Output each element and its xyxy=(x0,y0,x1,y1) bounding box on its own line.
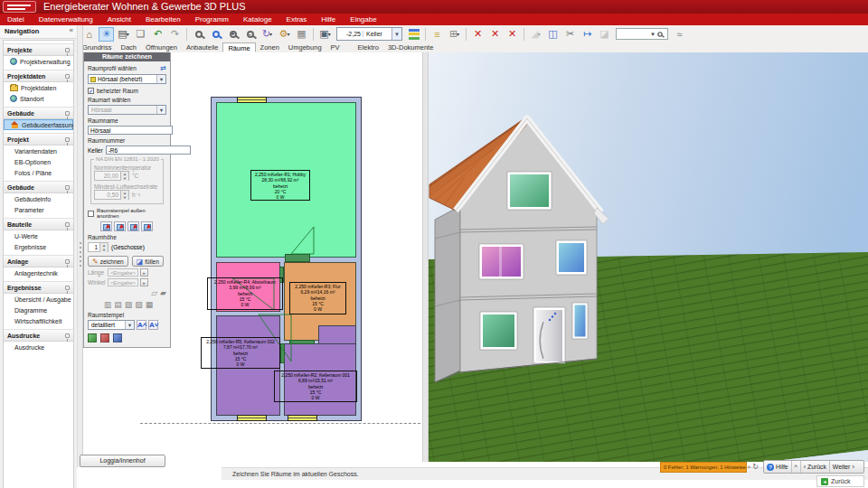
pin-icon[interactable] xyxy=(65,48,70,52)
chevron-down-icon[interactable]: ▼ xyxy=(392,28,401,40)
sidebar-item-ergebnisse[interactable]: Ergebnisse xyxy=(4,241,73,252)
tab-räume[interactable]: Räume xyxy=(222,42,255,52)
sidebar-item-u-werte[interactable]: U-Werte xyxy=(4,230,73,241)
home-icon[interactable]: ⌂ xyxy=(81,27,97,42)
sidebar-section-ausdrucke[interactable]: Ausdrucke xyxy=(4,329,73,342)
sidebar-item-anlagentechnik[interactable]: Anlagentechnik xyxy=(4,267,73,278)
chevron-down-icon[interactable]: ▾ xyxy=(287,31,289,37)
monitor-icon[interactable]: ▣▾ xyxy=(317,27,333,42)
measure-grid-icon[interactable]: ⊞▾ xyxy=(447,27,462,42)
sidebar-section-gebäude[interactable]: Gebäude xyxy=(4,107,73,119)
sidebar-item-fotos-pläne[interactable]: Fotos / Pläne xyxy=(4,167,73,178)
grid-table-icon[interactable]: ▦ xyxy=(294,27,309,42)
sidebar-item-eb-optionen[interactable]: EB-Optionen xyxy=(4,156,73,167)
jump-arrow-icon[interactable]: ↦ xyxy=(580,27,595,42)
sidebar-section-bauteile[interactable]: Bauteile xyxy=(4,218,73,230)
sidebar-section-gebäude[interactable]: Gebäude xyxy=(4,181,73,193)
chevron-down-icon[interactable]: ▾ xyxy=(269,31,272,37)
loggia-button[interactable]: Loggia/Innenhof xyxy=(80,455,165,467)
sidebar-section-anlage[interactable]: Anlage xyxy=(4,255,73,267)
sidebar-item-projektverwaltung[interactable]: Projektverwaltung xyxy=(4,56,73,67)
pin-icon[interactable] xyxy=(65,333,70,338)
tab-dach[interactable]: Dach xyxy=(117,42,142,52)
menu-item-eingabe[interactable]: Eingabe xyxy=(343,14,383,25)
room-stamp-keller-r1-hobby[interactable]: 2,250 mKeller-R1; Hobby28,30 m²/66,92 m³… xyxy=(250,170,310,201)
tab-3d-dokumente[interactable]: 3D-Dokumente xyxy=(383,42,438,52)
horizon-icon[interactable]: ≈ xyxy=(672,27,687,42)
search-icon[interactable] xyxy=(657,32,663,37)
tab-elektro[interactable]: Elektro xyxy=(354,42,383,52)
sidebar-item-diagramme[interactable]: Diagramme xyxy=(4,305,73,315)
pin-icon[interactable] xyxy=(65,286,70,290)
sidebar-item-gebäudeinfo[interactable]: Gebäudeinfo xyxy=(4,193,73,204)
menu-item-datei[interactable]: Datei xyxy=(0,14,32,25)
search-input[interactable] xyxy=(617,29,649,39)
paste-icon[interactable]: ❏ xyxy=(133,27,148,42)
collapse-sidebar-icon[interactable]: « xyxy=(70,26,73,34)
rotate-view-icon[interactable]: ↻▾ xyxy=(259,27,275,42)
delete-segment-icon[interactable]: ✕ xyxy=(470,27,486,42)
sidebar-section-ergebnisse[interactable]: Ergebnisse xyxy=(4,281,73,294)
cut-icon[interactable]: ✂ xyxy=(562,27,578,42)
chevron-down-icon[interactable]: ▾ xyxy=(538,31,541,37)
menu-item-datenverwaltung[interactable]: Datenverwaltung xyxy=(32,14,100,25)
tab-öffnungen[interactable]: Öffnungen xyxy=(141,42,182,52)
sidebar-item-parameter[interactable]: Parameter xyxy=(4,204,73,215)
tab-grundriss[interactable]: Grundriss xyxy=(78,42,117,52)
sidebar-item-wirtschaftlichkeit[interactable]: Wirtschaftlichkeit xyxy=(4,315,73,326)
sidebar-item-projektdaten[interactable]: Projektdaten xyxy=(4,82,73,93)
sidebar-section-projektdaten[interactable]: Projektdaten xyxy=(4,70,73,82)
pin-icon[interactable] xyxy=(65,137,70,142)
settings-icon[interactable]: ⚙▾ xyxy=(277,27,292,42)
sidebar-section-projekte[interactable]: Projekte xyxy=(4,43,73,56)
sidebar-item-ausdrucke[interactable]: Ausdrucke xyxy=(4,342,73,352)
hatch-icon[interactable]: ≡ xyxy=(429,27,445,42)
menu-item-ansicht[interactable]: Ansicht xyxy=(100,14,138,25)
cube-gray-icon[interactable]: ◪ xyxy=(597,27,612,42)
room-stamp-keller-r3-flur[interactable]: 2,250 mKeller-R3; Flur6,29 m²/14,16 m³be… xyxy=(289,282,346,314)
menu-item-bearbeiten[interactable]: Bearbeiten xyxy=(138,14,188,25)
sidebar-item-variantendaten[interactable]: Variantendaten xyxy=(4,145,73,156)
menu-item-kataloge[interactable]: Kataloge xyxy=(236,14,279,25)
roof-tool-icon[interactable]: ◢▾ xyxy=(528,27,543,42)
chevron-down-icon[interactable]: ▾ xyxy=(127,31,129,37)
help-button[interactable]: ? Hilfe xyxy=(764,461,792,473)
room-stamp-keller-r2-kellerraum-001[interactable]: 2,250 mKeller-R2; Kellerraum 0016,89 m²/… xyxy=(274,371,357,402)
tab-pv[interactable]: PV xyxy=(326,42,344,52)
view-splitter[interactable] xyxy=(422,52,429,462)
layers-icon[interactable] xyxy=(406,27,421,42)
next-button[interactable]: Weiter › xyxy=(830,461,857,473)
room-stamp-keller-r5-kellerraum-002[interactable]: 2,250 mKeller-R5; Kellerraum 0027,87 m²/… xyxy=(201,337,280,369)
draw-rooms-icon[interactable]: ✳ xyxy=(99,27,114,42)
zoom-drag-icon[interactable] xyxy=(208,27,223,42)
floorplan-canvas[interactable]: Räume zeichnen Raumprofil wählen ⇄ Hörsa… xyxy=(83,52,422,467)
expand-button[interactable]: ^ xyxy=(792,461,801,473)
taskbar-back-chip[interactable]: ◂ Zurück xyxy=(816,475,864,487)
undo-icon[interactable]: ↶ xyxy=(150,27,165,42)
back-button[interactable]: ‹ Zurück xyxy=(801,461,830,473)
room-stamp-keller-r4-abstellraum[interactable]: 2,250 mKeller-R4; Abstellraum3,99 m²/8,9… xyxy=(207,277,283,310)
zoom-in-icon[interactable]: + xyxy=(225,27,241,42)
refresh-check-icon[interactable]: ↻ xyxy=(750,462,761,473)
tab-anbauteile[interactable]: Anbauteile xyxy=(182,42,222,52)
menu-item-programm[interactable]: Programm xyxy=(188,14,236,25)
pin-icon[interactable] xyxy=(65,111,70,116)
chevron-down-icon[interactable]: ▾ xyxy=(457,31,459,37)
tab-umgebung[interactable]: Umgebung xyxy=(284,42,326,52)
pin-icon[interactable] xyxy=(65,259,70,264)
warnings-bar[interactable]: 0 Fehler; 1 Warnungen; 1 Hinweise ^ xyxy=(660,462,747,473)
cube-3d-icon[interactable]: ◫ xyxy=(545,27,561,42)
sidebar-splitter[interactable] xyxy=(77,25,83,467)
chevron-down-icon[interactable]: ▼ xyxy=(650,32,656,37)
pin-icon[interactable] xyxy=(65,222,70,227)
redo-icon[interactable]: ↷ xyxy=(167,27,183,42)
zoom-out-icon[interactable]: - xyxy=(242,27,258,42)
zoom-window-icon[interactable] xyxy=(191,27,206,42)
print-icon[interactable]: ▤▾ xyxy=(116,27,131,42)
tab-zonen[interactable]: Zonen xyxy=(256,42,284,52)
pin-icon[interactable] xyxy=(65,185,70,190)
chevron-down-icon[interactable]: ▾ xyxy=(328,31,331,37)
delete-all-icon[interactable]: ✕ xyxy=(505,27,520,42)
sidebar-item-gebäudeerfassung[interactable]: Gebäudeerfassung xyxy=(4,119,73,130)
3d-view[interactable] xyxy=(429,52,868,462)
